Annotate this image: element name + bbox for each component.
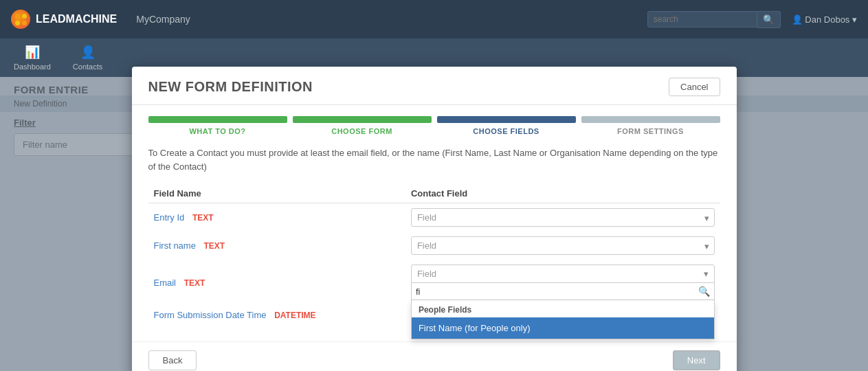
brand-name: LEADMACHINE xyxy=(36,13,117,25)
dashboard-icon: 📊 xyxy=(25,45,40,60)
user-name: Dan Dobos xyxy=(805,14,849,25)
step-label-3: CHOOSE FIELDS xyxy=(437,127,576,135)
user-chevron: ▾ xyxy=(852,14,857,25)
row2-field-type: TEXT xyxy=(204,241,225,251)
step-bar-1 xyxy=(148,116,287,123)
dropdown-option-firstname[interactable]: First Name (for People only) xyxy=(412,317,714,339)
col-field-name: Field Name xyxy=(148,184,405,203)
modal: NEW FORM DEFINITION Cancel WHAT TO DO? C… xyxy=(132,67,737,371)
table-row: First name TEXT Field xyxy=(148,232,720,260)
row1-select[interactable]: Field xyxy=(411,208,715,227)
row1-field-name: Entry Id xyxy=(154,212,185,223)
user-menu[interactable]: 👤 Dan Dobos ▾ xyxy=(792,14,857,25)
row2-contact-cell: Field xyxy=(405,232,720,260)
row1-contact-cell: Field xyxy=(405,203,720,232)
table-row: Entry Id TEXT Field xyxy=(148,203,720,232)
modal-header: NEW FORM DEFINITION Cancel xyxy=(132,67,737,105)
row2-select[interactable]: Field xyxy=(411,236,715,255)
row4-field-type: DATETIME xyxy=(274,311,315,320)
dropdown-list: People Fields First Name (for People onl… xyxy=(411,300,715,339)
contacts-icon: 👤 xyxy=(80,45,96,60)
nav-item-contacts[interactable]: 👤 Contacts xyxy=(73,45,102,71)
modal-body: To Create a Contact you must provide at … xyxy=(132,135,737,336)
brand-icon xyxy=(11,10,30,29)
email-dropdown-wrapper: Field ▾ 🔍 People Fields xyxy=(411,265,715,300)
company-name: MyCompany xyxy=(136,14,190,25)
dropdown-search-row: 🔍 xyxy=(411,283,715,300)
row1-select-wrapper: Field xyxy=(411,208,715,227)
nav-label-dashboard: Dashboard xyxy=(14,63,51,71)
email-dropdown-trigger[interactable]: Field ▾ xyxy=(411,265,715,283)
stepper-labels: WHAT TO DO? CHOOSE FORM CHOOSE FIELDS FO… xyxy=(148,127,720,135)
dropdown-group-label: People Fields xyxy=(412,300,714,317)
modal-title: NEW FORM DEFINITION xyxy=(148,79,313,95)
modal-backdrop: NEW FORM DEFINITION Cancel WHAT TO DO? C… xyxy=(0,77,868,371)
dropdown-field-label: Field xyxy=(417,269,436,279)
dropdown-chevron: ▾ xyxy=(704,269,709,279)
search-button[interactable]: 🔍 xyxy=(757,11,781,28)
dropdown-search-icon: 🔍 xyxy=(698,286,710,297)
row3-field-type: TEXT xyxy=(184,278,205,288)
row2-field-name: First name xyxy=(154,240,196,251)
row4-field-name: Form Submission Date Time xyxy=(154,310,267,320)
back-button[interactable]: Back xyxy=(148,350,197,370)
stepper-bars xyxy=(148,116,720,123)
row3-field-name: Email xyxy=(154,278,177,288)
step-bar-2 xyxy=(293,116,432,123)
col-contact-field: Contact Field xyxy=(405,184,720,203)
brand: LEADMACHINE xyxy=(11,10,117,29)
fields-table: Field Name Contact Field Entry Id TEXT xyxy=(148,184,720,325)
dot1 xyxy=(15,14,20,19)
dot4 xyxy=(22,21,27,25)
info-text: To Create a Contact you must provide at … xyxy=(148,146,720,173)
step-bar-4 xyxy=(581,116,720,123)
brand-dots xyxy=(12,11,30,28)
row1-name: Entry Id TEXT xyxy=(148,203,405,232)
nav-label-contacts: Contacts xyxy=(73,63,102,71)
row2-name: First name TEXT xyxy=(148,232,405,260)
row3-contact-cell: Field ▾ 🔍 People Fields xyxy=(405,260,720,305)
row3-name: Email TEXT xyxy=(148,260,405,305)
step-label-2: CHOOSE FORM xyxy=(293,127,432,135)
modal-footer: Back Next xyxy=(132,341,737,371)
cancel-button[interactable]: Cancel xyxy=(669,78,720,96)
table-header-row: Field Name Contact Field xyxy=(148,184,720,203)
top-nav: LEADMACHINE MyCompany 🔍 👤 Dan Dobos ▾ xyxy=(0,0,868,38)
next-button[interactable]: Next xyxy=(673,350,720,370)
user-icon: 👤 xyxy=(792,14,803,25)
search-area: 🔍 👤 Dan Dobos ▾ xyxy=(647,11,857,28)
row1-field-type: TEXT xyxy=(192,213,214,223)
step-bar-3 xyxy=(437,116,576,123)
table-row: Email TEXT Field ▾ xyxy=(148,260,720,305)
dot2 xyxy=(22,14,27,19)
page-background: FORM ENTRIE New Definition Filter NEW FO… xyxy=(0,77,868,371)
dot3 xyxy=(15,21,20,25)
stepper: WHAT TO DO? CHOOSE FORM CHOOSE FIELDS FO… xyxy=(132,105,737,135)
step-label-1: WHAT TO DO? xyxy=(148,127,287,135)
nav-item-dashboard[interactable]: 📊 Dashboard xyxy=(14,45,51,71)
row4-name: Form Submission Date Time DATETIME xyxy=(148,305,405,325)
step-label-4: FORM SETTINGS xyxy=(581,127,720,135)
dropdown-search-input[interactable] xyxy=(416,286,698,297)
search-input[interactable] xyxy=(647,11,757,27)
row2-select-wrapper: Field xyxy=(411,236,715,255)
